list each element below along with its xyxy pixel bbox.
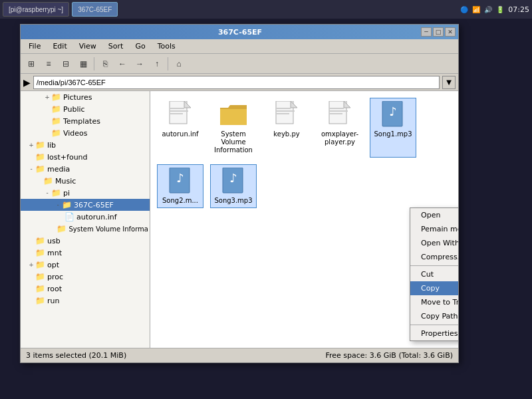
ctx-open[interactable]: Open [410,208,458,222]
sidebar-item-videos[interactable]: 📁 Videos [21,127,150,139]
toggle-pi[interactable]: - [43,189,51,197]
sidebar-item-templates[interactable]: 📁 Templates [21,115,150,127]
menu-go[interactable]: Go [130,41,150,52]
toolbar: ⊞ ≡ ⊟ ▦ ⎘ ← → ↑ ⌂ [21,54,458,74]
file-item-song2[interactable]: ♪ Song2.m... [157,164,203,208]
ctx-move-trash[interactable]: Move to Trash [410,295,458,309]
toggle-media[interactable]: - [27,165,35,173]
toolbar-icon-view[interactable]: ⊞ [23,56,39,72]
sidebar-item-opt[interactable]: + 📁 opt [21,259,150,271]
file-item-keyb[interactable]: keyb.py [263,98,310,158]
address-go-button[interactable]: ▼ [442,76,456,89]
addressbar: ▶ ▼ [21,74,458,91]
taskbar-app2[interactable]: 367C-65EF [72,2,118,17]
file-name-omx: omxplayer-player.py [320,130,360,146]
toolbar-copy[interactable]: ⎘ [97,56,113,72]
label-proc: proc [47,273,63,281]
file-item-song1[interactable]: ♪ Song1.mp3 [370,98,416,158]
menu-tools[interactable]: Tools [152,41,181,52]
label-367c65ef: 367C-65EF [74,201,114,209]
statusbar: 3 items selected (20.1 MiB) Free space: … [21,348,458,362]
file-item-sysvolinfo[interactable]: System Volume Information [210,98,257,158]
toolbar-home[interactable]: ⌂ [171,56,187,72]
file-icon-autorun: 📄 [65,212,74,221]
svg-rect-2 [170,108,184,109]
address-input[interactable] [33,76,440,89]
folder-icon-media: 📁 [35,164,45,174]
toggle-367c65ef[interactable]: - [54,201,62,209]
toolbar-up[interactable]: ↑ [149,56,165,72]
sidebar-item-pi[interactable]: - 📁 pi [21,187,150,199]
ctx-copy[interactable]: Copy [410,281,458,295]
label-lib: lib [47,141,56,150]
file-icon-sysvolinfo [220,101,247,128]
sidebar-item-proc[interactable]: 📁 proc [21,271,150,283]
file-name-sysvolinfo: System Volume Information [213,130,253,154]
file-item-autorun[interactable]: autorun.inf [157,98,203,158]
maximize-button[interactable]: □ [433,27,444,37]
ctx-cut[interactable]: Cut [410,267,458,281]
ctx-properties[interactable]: Properties [410,327,458,340]
file-name-song3: Song3.mp3 [214,197,252,205]
titlebar: 367C-65EF ─ □ ✕ [21,25,458,39]
sidebar: + 📁 Pictures 📁 Public 📁 Templates [21,91,150,348]
minimize-button[interactable]: ─ [421,27,432,37]
sidebar-item-sysvolinfo[interactable]: 📁 System Volume Informa [21,223,150,235]
toggle-opt[interactable]: + [27,261,35,269]
folder-icon-367c65ef: 📁 [62,200,72,209]
ctx-compress[interactable]: Compress... [410,250,458,264]
menu-sort[interactable]: Sort [103,41,129,52]
label-run: run [47,297,59,305]
taskbar-app1[interactable]: [pi@raspberrypi ~] [3,2,69,17]
folder-icon-run: 📁 [35,296,45,305]
titlebar-controls: ─ □ ✕ [421,27,456,37]
menu-file[interactable]: File [23,41,46,52]
folder-icon-lib: 📁 [35,140,45,150]
file-item-song3[interactable]: ♪ Song3.mp3 [210,164,257,208]
file-icon-song1: ♪ [380,101,406,128]
context-menu: Open Pemain media VLC Open With... Compr… [410,207,458,341]
label-opt: opt [47,261,59,269]
sidebar-item-lostfound[interactable]: 📁 lost+found [21,151,150,163]
sidebar-item-pictures[interactable]: + 📁 Pictures [21,91,150,103]
sidebar-item-367c65ef[interactable]: - 📁 367C-65EF [21,199,150,211]
svg-marker-1 [184,101,191,108]
toolbar-compact-view[interactable]: ⊟ [58,56,74,72]
battery-icon: 🔋 [496,6,504,13]
toggle-lib[interactable]: + [27,141,35,149]
svg-rect-4 [170,113,183,114]
close-button[interactable]: ✕ [445,27,456,37]
menu-view[interactable]: View [74,41,102,52]
folder-icon-templates: 📁 [51,116,61,126]
ctx-vlc[interactable]: Pemain media VLC [410,222,458,236]
sidebar-item-mnt[interactable]: 📁 mnt [21,247,150,259]
content-area: + 📁 Pictures 📁 Public 📁 Templates [21,91,458,348]
toolbar-back[interactable]: ← [114,56,130,72]
toggle-pictures[interactable]: + [43,93,51,101]
sidebar-item-media[interactable]: - 📁 media [21,163,150,175]
folder-icon-mnt: 📁 [35,248,45,257]
sidebar-item-music[interactable]: 📁 Music [21,175,150,187]
ctx-open-with[interactable]: Open With... [410,236,458,250]
sidebar-item-run[interactable]: 📁 run [21,295,150,307]
sidebar-item-usb[interactable]: 📁 usb [21,235,150,247]
file-name-song1: Song1.mp3 [374,130,412,138]
toolbar-forward[interactable]: → [132,56,148,72]
sidebar-item-autorun[interactable]: 📄 autorun.inf [21,211,150,223]
sidebar-item-public[interactable]: 📁 Public [21,103,150,115]
label-mnt: mnt [47,249,62,257]
label-pictures: Pictures [63,93,92,102]
file-icon-omx [327,101,353,128]
svg-marker-6 [291,101,297,108]
toolbar-detail-view[interactable]: ▦ [75,56,91,72]
sidebar-item-lib[interactable]: + 📁 lib [21,139,150,151]
file-item-omx[interactable]: omxplayer-player.py [317,98,363,158]
bluetooth-icon: 🔵 [460,6,468,13]
label-public: Public [63,105,85,114]
menu-edit[interactable]: Edit [47,41,72,52]
ctx-copy-path[interactable]: Copy Path(s) [410,309,458,323]
folder-icon-music: 📁 [43,176,53,186]
sidebar-item-root[interactable]: 📁 root [21,283,150,295]
toolbar-list-view[interactable]: ≡ [41,56,57,72]
taskbar-left: [pi@raspberrypi ~] 367C-65EF [3,2,460,17]
